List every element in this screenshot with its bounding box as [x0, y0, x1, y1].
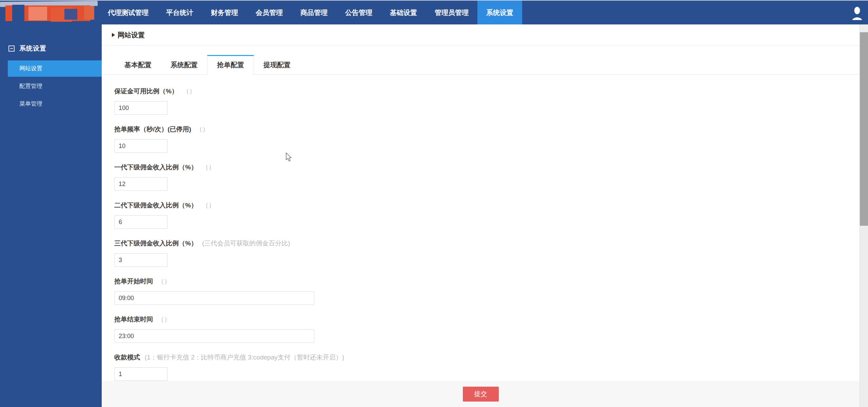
- breadcrumb-arrow-icon: [112, 33, 115, 37]
- field-label: 三代下级佣金收入比例（%）: [114, 239, 197, 248]
- nav-item-agent-test[interactable]: 代理测试管理: [99, 1, 157, 24]
- field-hint: （）: [202, 201, 215, 210]
- tab-bar: 基本配置 系统配置 抢单配置 提现配置: [102, 55, 860, 75]
- field-label: 抢单开始时间: [114, 277, 153, 286]
- grab-order-config-form: 保证金可用比例（%） （） 抢单频率（秒/次）(已停用) （） 一代下级佣金收入…: [102, 75, 860, 381]
- field-grab-frequency: 抢单频率（秒/次）(已停用) （）: [114, 125, 860, 153]
- payment-mode-input[interactable]: [114, 367, 167, 381]
- main-content: 网站设置 基本配置 系统配置 抢单配置 提现配置 保证金可用比例（%） （） 抢…: [102, 24, 860, 381]
- field-hint: (三代会员可获取的佣金百分比): [202, 239, 290, 248]
- field-hint: (1：银行卡充值 2：比特币商户充值 3:codepay支付（暂时还未开启）): [145, 353, 344, 362]
- field-hint: （）: [158, 315, 171, 324]
- nav-item-products[interactable]: 商品管理: [292, 1, 336, 24]
- page: 代理测试管理 平台统计 财务管理 会员管理 商品管理 公告管理 基础设置 管理员…: [0, 0, 868, 407]
- gen3-commission-input[interactable]: [114, 253, 167, 267]
- nav-item-finance[interactable]: 财务管理: [202, 1, 247, 24]
- collapse-minus-icon[interactable]: [8, 45, 15, 52]
- field-grab-start-time: 抢单开始时间 （）: [114, 277, 860, 305]
- page-title: 网站设置: [118, 31, 145, 40]
- vertical-scrollbar[interactable]: [860, 24, 868, 407]
- field-label: 二代下级佣金收入比例（%）: [114, 201, 197, 210]
- mouse-cursor-icon: [284, 152, 293, 162]
- sidebar-group-system-settings[interactable]: 系统设置: [8, 44, 102, 53]
- deposit-usable-ratio-input[interactable]: [114, 101, 167, 115]
- field-label: 收款模式: [114, 353, 140, 362]
- field-hint: （）: [183, 87, 196, 96]
- tab-grab-order-config[interactable]: 抢单配置: [207, 55, 254, 75]
- sidebar-item-menu-management[interactable]: 菜单管理: [8, 96, 102, 112]
- field-hint: （）: [158, 277, 171, 286]
- scrollbar-thumb[interactable]: [860, 32, 868, 226]
- app-logo: [0, 1, 102, 25]
- tab-withdraw-config[interactable]: 提现配置: [254, 55, 300, 74]
- breadcrumb: 网站设置: [102, 24, 860, 46]
- top-navbar: 代理测试管理 平台统计 财务管理 会员管理 商品管理 公告管理 基础设置 管理员…: [0, 0, 868, 24]
- field-payment-mode: 收款模式 (1：银行卡充值 2：比特币商户充值 3:codepay支付（暂时还未…: [114, 353, 860, 381]
- tab-basic-config[interactable]: 基本配置: [115, 55, 161, 74]
- field-deposit-usable-ratio: 保证金可用比例（%） （）: [114, 87, 860, 115]
- sidebar-menu: 网站设置 配置管理 菜单管理: [0, 60, 102, 112]
- gen1-commission-input[interactable]: [114, 177, 167, 191]
- sidebar: 系统设置 网站设置 配置管理 菜单管理: [0, 24, 102, 407]
- logo-redaction-blob: [28, 7, 47, 20]
- field-gen3-commission: 三代下级佣金收入比例（%） (三代会员可获取的佣金百分比): [114, 239, 860, 267]
- field-label: 抢单频率（秒/次）(已停用): [114, 125, 191, 134]
- nav-item-announcements[interactable]: 公告管理: [336, 1, 381, 24]
- field-label: 抢单结束时间: [114, 315, 153, 324]
- nav-item-members[interactable]: 会员管理: [247, 1, 292, 24]
- grab-start-time-input[interactable]: [114, 291, 314, 305]
- field-label: 一代下级佣金收入比例（%）: [114, 163, 197, 172]
- grab-frequency-input[interactable]: [114, 139, 167, 153]
- tab-system-config[interactable]: 系统配置: [161, 55, 207, 74]
- gen2-commission-input[interactable]: [114, 215, 167, 229]
- user-icon[interactable]: [851, 6, 863, 20]
- field-grab-end-time: 抢单结束时间 （）: [114, 315, 860, 343]
- grab-end-time-input[interactable]: [114, 329, 314, 343]
- submit-button[interactable]: 提交: [463, 387, 499, 402]
- field-hint: （）: [202, 163, 215, 172]
- nav-item-admins[interactable]: 管理员管理: [426, 1, 477, 24]
- field-hint: （）: [196, 125, 209, 134]
- sidebar-item-website-settings[interactable]: 网站设置: [8, 60, 102, 77]
- field-gen1-commission: 一代下级佣金收入比例（%） （）: [114, 163, 860, 191]
- nav-item-system-settings[interactable]: 系统设置: [477, 1, 522, 24]
- logo-redaction-blob: [12, 5, 24, 22]
- field-gen2-commission: 二代下级佣金收入比例（%） （）: [114, 201, 860, 229]
- sidebar-group-label: 系统设置: [19, 44, 46, 53]
- sidebar-item-config-management[interactable]: 配置管理: [8, 78, 102, 94]
- nav-item-basic-settings[interactable]: 基础设置: [381, 1, 426, 24]
- field-label: 保证金可用比例（%）: [114, 87, 178, 96]
- logo-redaction-blob: [64, 9, 77, 20]
- logo-redaction-blob: [84, 6, 94, 20]
- nav-menu: 代理测试管理 平台统计 财务管理 会员管理 商品管理 公告管理 基础设置 管理员…: [99, 1, 522, 24]
- nav-item-platform-stats[interactable]: 平台统计: [157, 1, 202, 24]
- form-footer: 提交: [102, 381, 860, 407]
